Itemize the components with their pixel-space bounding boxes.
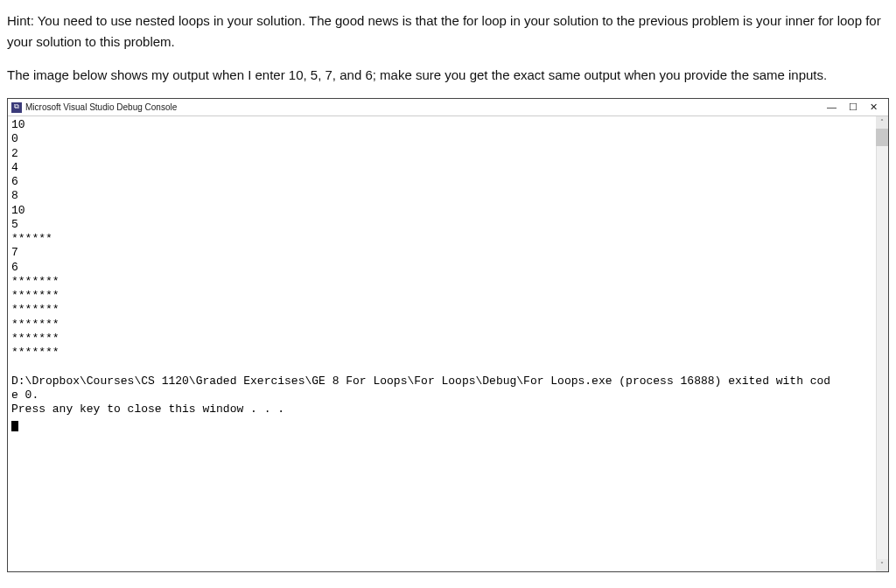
scroll-thumb[interactable] [876, 129, 888, 146]
text-cursor [11, 421, 18, 431]
window-controls: — ☐ ✕ [827, 102, 885, 112]
maximize-button[interactable]: ☐ [849, 102, 858, 112]
instruction-paragraph: The image below shows my output when I e… [7, 65, 889, 86]
scroll-up-button[interactable]: ˄ [876, 116, 888, 129]
close-button[interactable]: ✕ [870, 102, 878, 112]
hint-paragraph: Hint: You need to use nested loops in yo… [7, 10, 889, 52]
console-window: ⧉ Microsoft Visual Studio Debug Console … [7, 98, 889, 572]
minimize-button[interactable]: — [827, 102, 836, 112]
window-titlebar: ⧉ Microsoft Visual Studio Debug Console … [8, 99, 888, 116]
window-title: Microsoft Visual Studio Debug Console [25, 101, 827, 115]
console-output: 10 0 2 4 6 8 10 5 ****** 7 6 ******* ***… [8, 116, 888, 571]
app-icon: ⧉ [11, 102, 22, 113]
scroll-down-button[interactable]: ˅ [876, 559, 888, 571]
vertical-scrollbar[interactable]: ˄ ˅ [876, 116, 888, 571]
